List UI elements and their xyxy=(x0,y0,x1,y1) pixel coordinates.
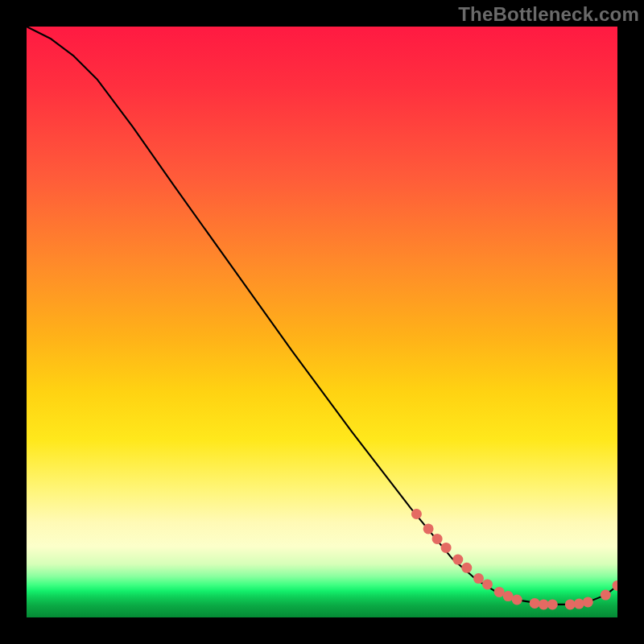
chart-frame: TheBottleneck.com xyxy=(0,0,644,644)
watermark-text: TheBottleneck.com xyxy=(458,3,639,26)
highlight-point xyxy=(530,598,540,609)
highlight-point xyxy=(452,555,463,565)
highlight-point xyxy=(432,534,443,544)
highlight-point xyxy=(461,563,472,573)
highlight-point xyxy=(547,599,558,609)
highlight-point xyxy=(512,595,522,605)
highlight-point xyxy=(601,590,611,601)
highlight-point xyxy=(411,509,422,519)
highlight-point xyxy=(482,579,493,589)
marker-group xyxy=(411,509,617,609)
chart-overlay xyxy=(27,27,617,617)
highlight-point xyxy=(473,573,484,584)
highlight-point xyxy=(423,523,434,534)
highlight-point xyxy=(441,543,452,553)
bottleneck-curve xyxy=(27,27,617,605)
highlight-point xyxy=(574,599,584,609)
highlight-point xyxy=(583,597,593,607)
